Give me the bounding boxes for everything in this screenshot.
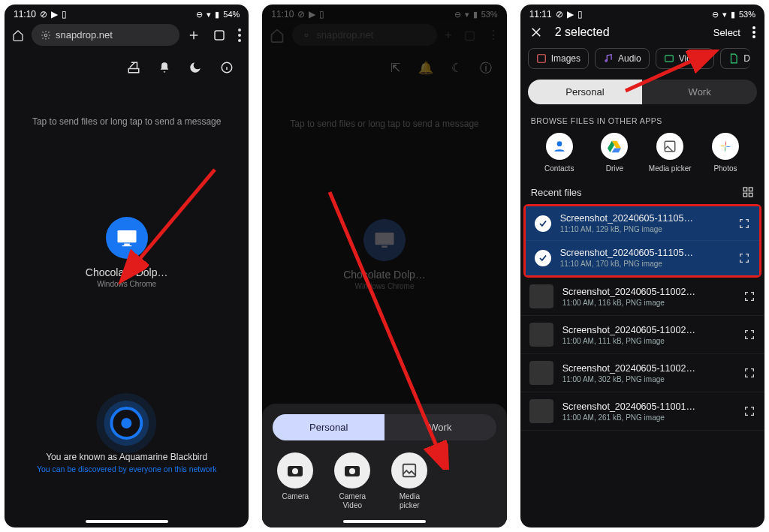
annotation-arrow	[315, 185, 480, 470]
discovery-indicator: You are known as Aquamarine Blackbird Yo…	[5, 407, 249, 473]
address-bar[interactable]: snapdrop.net	[32, 24, 179, 46]
status-bar: 11:10 ⊘ ▶ ▯ ⊖ ▾ ▮ 54%	[5, 5, 249, 21]
drive-icon	[607, 140, 622, 153]
grid-view-icon[interactable]	[742, 186, 754, 198]
plus-icon[interactable]	[187, 29, 201, 42]
youtube-icon: ▶	[309, 9, 315, 20]
svg-point-3	[238, 34, 241, 37]
battery-pct: 53%	[739, 10, 755, 19]
app-media-picker[interactable]: Media picker	[646, 133, 694, 173]
minus-icon: ⊖	[454, 10, 461, 20]
svg-point-0	[44, 34, 47, 37]
check-icon	[535, 250, 551, 266]
fullscreen-icon[interactable]	[743, 367, 755, 379]
notif-icon: ▯	[578, 9, 583, 20]
close-icon[interactable]	[529, 26, 543, 39]
fullscreen-icon[interactable]	[743, 405, 755, 417]
annotation-arrow	[117, 162, 222, 290]
minus-icon: ⊖	[712, 10, 719, 20]
plus-icon: +	[445, 29, 451, 42]
file-row[interactable]: Screenshot_20240605-11002…11:00 AM, 111 …	[520, 316, 764, 354]
photos-icon	[718, 139, 733, 154]
fullscreen-icon[interactable]	[738, 252, 750, 264]
phone-screenshot-2: 11:10 ⊘ ▶ ▯ ⊖ ▾ ▮ 53% snapdrop.net + ▢ ⋮	[262, 5, 506, 527]
svg-line-10	[136, 170, 215, 263]
recent-label: Recent files	[531, 187, 582, 198]
annotation-highlight: Screenshot_20240605-11105…11:10 AM, 129 …	[523, 204, 761, 278]
battery-pct: 54%	[223, 10, 240, 19]
file-row[interactable]: Screenshot_20240605-11105…11:10 AM, 170 …	[526, 241, 759, 275]
overflow-icon[interactable]	[238, 29, 241, 42]
media-picker-icon	[663, 140, 677, 153]
file-list: Screenshot_20240605-11105…11:10 AM, 129 …	[520, 204, 764, 431]
url-text: snapdrop.net	[56, 29, 113, 41]
app-contacts[interactable]: Contacts	[535, 133, 584, 173]
file-row[interactable]: Screenshot_20240605-11105…11:10 AM, 129 …	[526, 206, 759, 241]
svg-rect-1	[215, 31, 224, 40]
file-row[interactable]: Screenshot_20240605-11002…11:00 AM, 302 …	[520, 354, 764, 392]
notif-icon: ▯	[62, 9, 67, 20]
svg-rect-28	[743, 188, 747, 191]
svg-point-20	[752, 26, 755, 29]
clock: 11:10	[14, 9, 36, 20]
browse-label: BROWSE FILES IN OTHER APPS	[520, 112, 764, 133]
overflow-icon: ⋮	[487, 28, 499, 42]
tabs-icon: ▢	[464, 28, 475, 42]
file-detail: 11:10 AM, 170 kB, PNG image	[560, 260, 729, 268]
snapdrop-toolbar: ⇱ 🔔 ☾ ⓘ	[262, 53, 506, 77]
svg-line-19	[330, 192, 439, 451]
app-photos[interactable]: Photos	[701, 133, 749, 173]
moon-icon: ☾	[451, 61, 462, 77]
overflow-icon[interactable]	[752, 26, 755, 38]
battery-icon: ▮	[731, 10, 735, 20]
recent-header: Recent files	[520, 183, 764, 204]
browser-toolbar: snapdrop.net + ▢ ⋮	[262, 21, 506, 53]
site-settings-icon	[301, 30, 312, 41]
file-detail: 11:10 AM, 129 kB, PNG image	[560, 225, 729, 233]
info-icon[interactable]	[220, 61, 234, 74]
file-detail: 11:00 AM, 111 kB, PNG image	[562, 337, 734, 345]
sheet-app-camera[interactable]: Camera	[277, 452, 313, 509]
browser-toolbar: snapdrop.net	[5, 21, 249, 53]
dnd-icon: ⊘	[40, 9, 47, 20]
snapdrop-toolbar	[5, 53, 249, 74]
bell-icon[interactable]	[158, 61, 170, 74]
app-drive[interactable]: Drive	[590, 133, 638, 173]
svg-point-24	[605, 60, 607, 62]
select-button[interactable]: Select	[713, 27, 740, 38]
svg-point-21	[752, 31, 755, 34]
battery-icon: ▮	[473, 10, 478, 20]
file-detail: 11:00 AM, 261 kB, PNG image	[562, 413, 734, 422]
install-icon[interactable]	[127, 61, 140, 74]
home-icon[interactable]	[12, 29, 24, 41]
notif-icon: ▯	[319, 9, 324, 20]
fullscreen-icon[interactable]	[743, 290, 755, 302]
phone-screenshot-3: 11:11 ⊘ ▶ ▯ ⊖ ▾ ▮ 53% 2 selected Select …	[520, 5, 764, 527]
wifi-icon: ▾	[207, 10, 211, 20]
clock: 11:11	[529, 9, 552, 20]
home-indicator	[86, 520, 168, 523]
address-bar: snapdrop.net	[292, 24, 437, 46]
file-row[interactable]: Screenshot_20240605-11002…11:00 AM, 116 …	[520, 278, 764, 316]
chip-images[interactable]: Images	[528, 48, 589, 69]
other-apps-row: Contacts Drive Media picker Photos	[520, 133, 764, 183]
fullscreen-icon[interactable]	[738, 218, 750, 230]
svg-rect-5	[129, 69, 140, 73]
file-thumb	[529, 361, 553, 385]
svg-point-15	[292, 468, 298, 474]
battery-pct: 53%	[481, 10, 498, 19]
install-icon: ⇱	[391, 61, 400, 77]
file-thumb	[529, 323, 553, 347]
fullscreen-icon[interactable]	[743, 329, 755, 341]
camera-icon	[286, 463, 304, 478]
info-icon: ⓘ	[480, 61, 492, 77]
bell-icon: 🔔	[418, 61, 433, 77]
dnd-icon: ⊘	[556, 9, 563, 20]
svg-line-32	[626, 59, 697, 91]
moon-icon[interactable]	[188, 61, 202, 74]
file-name: Screenshot_20240605-11105…	[560, 213, 729, 224]
app-label: Camera Video	[339, 492, 366, 509]
tabs-icon[interactable]	[213, 29, 226, 42]
file-row[interactable]: Screenshot_20240605-11001…11:00 AM, 261 …	[520, 392, 764, 431]
phone-screenshot-1: 11:10 ⊘ ▶ ▯ ⊖ ▾ ▮ 54% snapdrop.net	[5, 5, 249, 527]
